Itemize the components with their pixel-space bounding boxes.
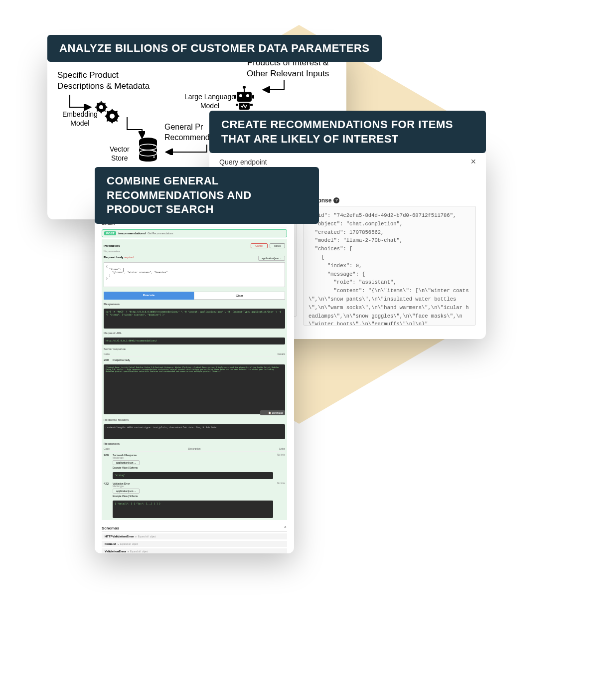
response-body-block: "Product Name: Arctic Patrol Modular Par… — [104, 364, 285, 414]
endpoint-path: /recommendations/ — [118, 232, 146, 235]
required-label: required — [124, 256, 133, 259]
svg-rect-13 — [250, 104, 253, 106]
detail-block: { "detail": [ { "loc": [...] } ] } — [113, 501, 273, 518]
robot-icon — [232, 85, 257, 112]
schema-httpvalidationerror[interactable]: HTTPValidationError › Expand all object — [102, 533, 287, 539]
example-value-link[interactable]: Example Value | Schema — [113, 467, 273, 469]
response-headers-label: Response headers — [104, 418, 285, 421]
svg-point-4 — [243, 86, 246, 89]
reset-button[interactable]: Reset — [270, 243, 285, 248]
media-type-label2: Media type — [113, 485, 273, 488]
svg-point-18 — [154, 151, 155, 152]
post-method-tag: POST — [104, 231, 116, 235]
request-url-label: Request URL — [104, 332, 285, 335]
svg-point-8 — [246, 94, 249, 97]
response-headers-block: content-length: 4630 content-type: text/… — [104, 424, 285, 439]
label-llm: Large Language Model — [184, 92, 235, 110]
response-json-block: "id": "74c2efa5-8d4d-49d2-b7d0-68712f511… — [303, 206, 476, 326]
string-block: "string" — [113, 472, 273, 479]
response-body-label: Response body — [113, 358, 130, 361]
clear-button[interactable]: Clear — [194, 292, 285, 300]
server-response-label: Server response — [104, 347, 285, 350]
schema-validationerror[interactable]: ValidationError › Expand all object — [102, 548, 287, 553]
request-url-block: http://127.0.0.1:8000/recommendations/ — [104, 338, 285, 344]
svg-point-7 — [239, 94, 242, 97]
request-body-label: Request body — [104, 256, 124, 259]
no-params-text: No parameters — [104, 250, 285, 253]
response-label: Response? — [303, 197, 476, 204]
code-column: Code — [104, 352, 110, 355]
code-422: 422 — [104, 482, 109, 485]
svg-point-3 — [110, 114, 115, 119]
svg-rect-6 — [237, 92, 252, 102]
content-type-select[interactable]: application/json ⌄ — [258, 256, 285, 261]
schemas-label[interactable]: Schemas — [102, 526, 119, 530]
label-specific-products: Specific Product Descriptions & Metadata — [57, 70, 150, 92]
schema-itemlist[interactable]: ItemList › Expand all object — [102, 541, 287, 547]
label-vector-store: Vector Store — [110, 145, 130, 163]
close-icon[interactable]: × — [470, 157, 476, 167]
svg-rect-12 — [236, 104, 238, 106]
params-label: Parameters — [104, 244, 120, 247]
svg-point-19 — [154, 157, 155, 158]
label-embedding-model: Embedding Model — [62, 110, 98, 128]
code-col2: Code — [104, 447, 110, 450]
example-value-link2[interactable]: Example Value | Schema — [113, 495, 273, 498]
media-type-select2[interactable]: application/json ⌄ — [113, 489, 140, 494]
banner-combine: COMBINE GENERAL RECOMMENDATIONS AND PROD… — [95, 167, 319, 224]
endpoint-desc: Get Recommendations — [148, 232, 173, 235]
label-general-pr: General Pr Recommend — [164, 122, 210, 143]
request-body-input[interactable] — [104, 262, 285, 287]
cancel-button[interactable]: Cancel — [251, 243, 268, 248]
no-links: No links — [277, 454, 285, 456]
chevron-up-icon2[interactable]: ⌃ — [284, 526, 287, 530]
desc-col: Description — [188, 447, 201, 450]
fastapi-panel: FastAPI 0.1.0 OAS 3.1 default ⌃ POST /re… — [95, 204, 294, 553]
curl-block: curl -X 'POST' \ 'http://0.0.0.0:8000/re… — [104, 309, 285, 329]
info-icon: ? — [333, 197, 339, 203]
banner-create-recs: CREATE RECOMMENDATIONS FOR ITEMS THAT AR… — [209, 111, 486, 153]
code-200: 200 — [104, 358, 109, 361]
query-endpoint-title: Query endpoint — [219, 158, 267, 166]
no-links2: No links — [277, 482, 285, 485]
responses-table-label: Responses — [104, 442, 285, 445]
download-button[interactable]: 📋 Download — [260, 410, 285, 415]
execute-button[interactable]: Execute — [104, 292, 194, 300]
media-type-select[interactable]: application/json ⌄ — [113, 460, 140, 465]
svg-rect-11 — [252, 95, 254, 99]
banner-analyze: ANALYZE BILLIONS OF CUSTOMER DATA PARAME… — [47, 35, 382, 62]
details-column: Details — [278, 352, 285, 355]
responses-label: Responses — [104, 303, 285, 306]
links-col: Links — [279, 447, 285, 450]
media-type-label: Media type — [113, 457, 273, 459]
endpoint-row[interactable]: POST /recommendations/ Get Recommendatio… — [102, 229, 287, 237]
svg-point-1 — [99, 105, 103, 109]
svg-point-17 — [154, 145, 155, 146]
code-200b: 200 — [104, 454, 109, 457]
